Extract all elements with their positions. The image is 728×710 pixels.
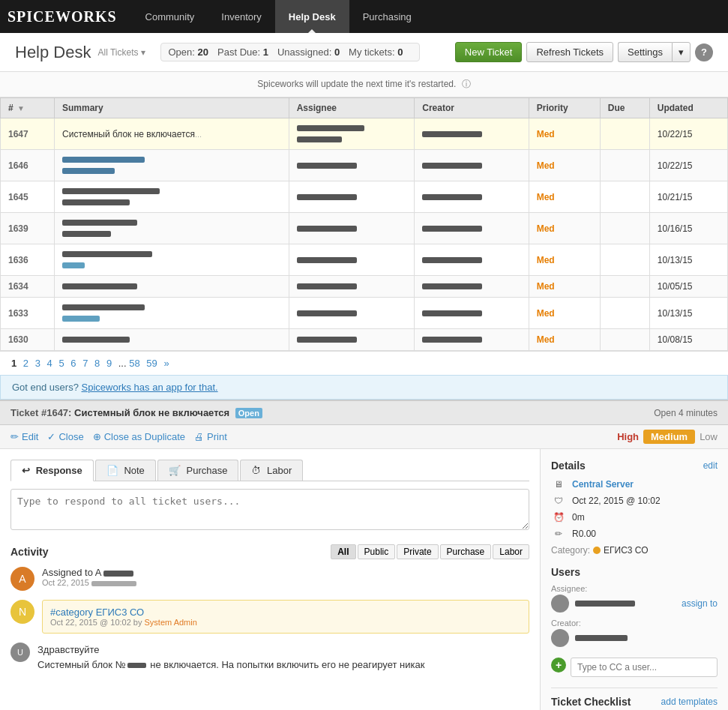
ticket-summary bbox=[55, 150, 289, 181]
page-3[interactable]: 3 bbox=[35, 358, 40, 369]
detail-cost-row: ✏ R0.00 bbox=[551, 529, 718, 539]
help-button[interactable]: ? bbox=[695, 43, 713, 61]
ticket-due bbox=[600, 150, 649, 181]
page-59[interactable]: 59 bbox=[146, 358, 157, 369]
filter-all[interactable]: All bbox=[331, 544, 355, 559]
ticket-assignee bbox=[289, 118, 415, 150]
add-cc-button[interactable]: + bbox=[551, 658, 566, 673]
print-button[interactable]: 🖨 Print bbox=[194, 431, 227, 442]
users-title: Users bbox=[551, 566, 580, 578]
table-row[interactable]: 1633 Med 10/13/15 bbox=[1, 298, 728, 329]
detail-category-label: Category: bbox=[551, 545, 590, 556]
ticket-updated: 10/16/15 bbox=[649, 213, 727, 244]
tab-response[interactable]: ↩ Response bbox=[10, 460, 94, 481]
page-4[interactable]: 4 bbox=[47, 358, 52, 369]
info-bar-text: Spiceworks will update the next time it'… bbox=[257, 79, 456, 89]
nav-purchasing[interactable]: Purchasing bbox=[349, 0, 425, 33]
edit-button[interactable]: ✏ Edit bbox=[10, 431, 38, 442]
settings-button[interactable]: Settings bbox=[618, 42, 672, 62]
checklist-title: Ticket Checklist bbox=[551, 696, 631, 708]
detail-time-spent: 0m bbox=[572, 512, 585, 523]
users-header: Users bbox=[551, 566, 718, 578]
nav-inventory[interactable]: Inventory bbox=[208, 0, 274, 33]
assignee-label: Assignee: bbox=[551, 584, 718, 593]
tab-note[interactable]: 📄 Note bbox=[95, 460, 156, 481]
table-row[interactable]: 1634 Med 10/05/15 bbox=[1, 276, 728, 298]
col-priority: Priority bbox=[529, 98, 600, 118]
ticket-updated: 10/13/15 bbox=[649, 298, 727, 329]
ticket-main: ↩ Response 📄 Note 🛒 Purchase ⏱ Labor bbox=[0, 449, 541, 710]
ticket-status-badge: Open bbox=[235, 408, 262, 418]
settings-group: Settings ▾ bbox=[618, 42, 691, 62]
info-icon[interactable]: ⓘ bbox=[462, 79, 471, 89]
ticket-summary: Системный блок не включается... bbox=[55, 118, 289, 150]
ticket-priority: Med bbox=[529, 181, 600, 213]
filter-public[interactable]: Public bbox=[358, 544, 396, 559]
ticket-id: 1630 bbox=[1, 329, 55, 351]
assign-to-link[interactable]: assign to bbox=[682, 598, 718, 609]
close-button[interactable]: ✓ Close bbox=[47, 431, 83, 442]
filter-private[interactable]: Private bbox=[397, 544, 438, 559]
refresh-tickets-button[interactable]: Refresh Tickets bbox=[526, 42, 613, 62]
ticket-id: 1646 bbox=[1, 150, 55, 181]
priority-high[interactable]: High bbox=[617, 431, 639, 442]
pagination: 1 2 3 4 5 6 7 8 9 ... 58 59 » bbox=[0, 351, 728, 375]
tab-purchase[interactable]: 🛒 Purchase bbox=[157, 460, 239, 481]
ticket-priority: Med bbox=[529, 276, 600, 298]
cc-input[interactable] bbox=[571, 658, 718, 677]
table-row[interactable]: 1639 Med 10/16/15 bbox=[1, 213, 728, 244]
details-title: Details bbox=[551, 460, 586, 472]
stat-open: Open: 20 bbox=[169, 46, 209, 58]
ticket-summary bbox=[55, 329, 289, 351]
page-5[interactable]: 5 bbox=[58, 358, 64, 369]
close-duplicate-button[interactable]: ⊕ Close as Duplicate bbox=[93, 431, 185, 442]
ticket-assignee bbox=[289, 213, 415, 244]
nav-community[interactable]: Community bbox=[132, 0, 208, 33]
ticket-assignee bbox=[289, 244, 415, 276]
page-9[interactable]: 9 bbox=[106, 358, 112, 369]
activity-item-assignment: A Assigned to A Oct 22, 2015 bbox=[10, 567, 529, 591]
priority-low[interactable]: Low bbox=[700, 431, 718, 442]
new-ticket-button[interactable]: New Ticket bbox=[455, 42, 523, 62]
ticket-assignee bbox=[289, 329, 415, 351]
page-7[interactable]: 7 bbox=[82, 358, 88, 369]
purchase-tab-icon: 🛒 bbox=[169, 465, 181, 476]
table-row[interactable]: 1636 Med 10/13/15 bbox=[1, 244, 728, 276]
table-row[interactable]: 1647 Системный блок не включается... Med… bbox=[1, 118, 728, 150]
table-row[interactable]: 1630 Med 10/08/15 bbox=[1, 329, 728, 351]
tab-labor[interactable]: ⏱ Labor bbox=[240, 460, 303, 481]
response-textarea[interactable] bbox=[10, 489, 529, 530]
col-number[interactable]: # ▼ bbox=[1, 98, 55, 118]
edit-label: Edit bbox=[22, 431, 38, 442]
nav-helpdesk[interactable]: Help Desk bbox=[275, 0, 349, 33]
page-next[interactable]: » bbox=[163, 358, 169, 369]
creator-info bbox=[575, 635, 718, 641]
page-2[interactable]: 2 bbox=[23, 358, 28, 369]
filter-labor[interactable]: Labor bbox=[493, 544, 529, 559]
ticket-creator bbox=[415, 181, 529, 213]
activity-avatar-note: N bbox=[10, 600, 34, 624]
priority-medium[interactable]: Medium bbox=[643, 430, 695, 444]
labor-tab-label: Labor bbox=[267, 465, 292, 476]
close-label: Close bbox=[58, 431, 83, 442]
ticket-creator bbox=[415, 298, 529, 329]
page-current: 1 bbox=[11, 358, 16, 369]
ticket-updated: 10/05/15 bbox=[649, 276, 727, 298]
page-58[interactable]: 58 bbox=[129, 358, 139, 369]
checklist-add-templates[interactable]: add templates bbox=[661, 697, 718, 707]
promo-link[interactable]: Spiceworks has an app for that. bbox=[82, 382, 218, 393]
priority-bar: High Medium Low bbox=[617, 430, 718, 444]
table-row[interactable]: 1646 Med 10/22/15 bbox=[1, 150, 728, 181]
ticket-detail: Ticket #1647: Системный блок не включает… bbox=[0, 400, 728, 710]
settings-dropdown-arrow[interactable]: ▾ bbox=[672, 42, 691, 62]
filter-purchase[interactable]: Purchase bbox=[440, 544, 492, 559]
ticket-id: 1639 bbox=[1, 213, 55, 244]
tickets-dropdown[interactable]: All Tickets ▾ bbox=[95, 47, 145, 58]
ticket-updated: 10/08/15 bbox=[649, 329, 727, 351]
edit-icon: ✏ bbox=[10, 431, 19, 442]
ticket-due bbox=[600, 276, 649, 298]
details-edit[interactable]: edit bbox=[703, 460, 718, 471]
table-row[interactable]: 1645 Med 10/21/15 bbox=[1, 181, 728, 213]
page-8[interactable]: 8 bbox=[94, 358, 100, 369]
page-6[interactable]: 6 bbox=[70, 358, 76, 369]
